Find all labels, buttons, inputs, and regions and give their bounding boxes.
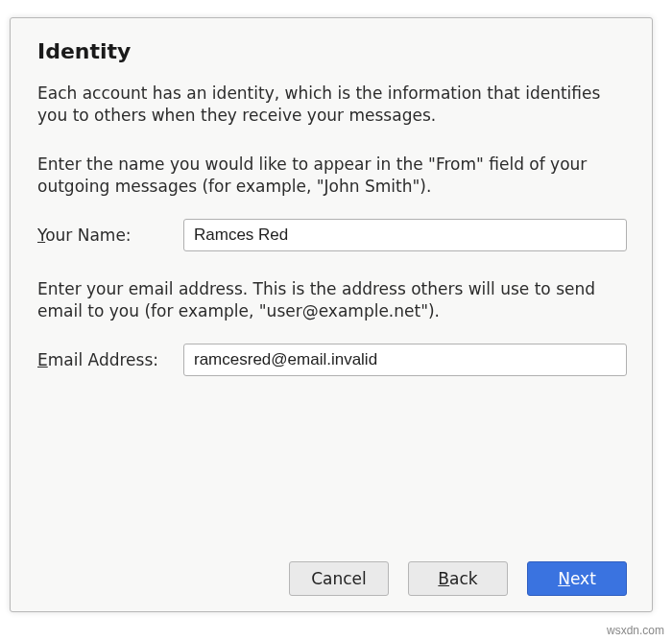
identity-dialog: Identity Each account has an identity, w… xyxy=(10,17,653,612)
email-help-text: Enter your email address. This is the ad… xyxy=(37,278,627,322)
email-row: Email Address: xyxy=(37,344,627,376)
name-input[interactable] xyxy=(183,219,627,251)
next-button[interactable]: Next xyxy=(527,561,627,596)
name-help-text: Enter the name you would like to appear … xyxy=(37,154,627,198)
back-button[interactable]: Back xyxy=(408,561,508,596)
email-label: Email Address: xyxy=(37,350,172,369)
intro-text: Each account has an identity, which is t… xyxy=(37,83,627,127)
cancel-button[interactable]: Cancel xyxy=(289,561,389,596)
name-row: Your Name: xyxy=(37,219,627,251)
name-label: Your Name: xyxy=(37,226,172,245)
page-title: Identity xyxy=(37,39,627,63)
email-input[interactable] xyxy=(183,344,627,376)
watermark-text: wsxdn.com xyxy=(607,624,664,637)
button-bar: Cancel Back Next xyxy=(37,552,627,596)
